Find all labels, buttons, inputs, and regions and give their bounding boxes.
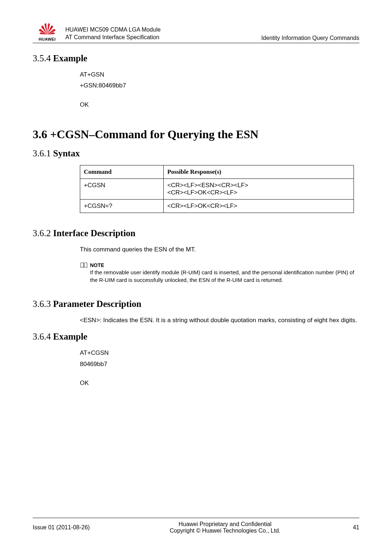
book-icon	[80, 262, 88, 268]
footer-page-number: 41	[338, 524, 359, 531]
heading-text: Interface Description	[53, 228, 135, 238]
table-header-row: Command Possible Response(s)	[80, 165, 354, 179]
page-footer: Issue 01 (2011-08-26) Huawei Proprietary…	[33, 518, 359, 534]
resp-line: <CR><LF>OK<CR><LF>	[167, 189, 350, 196]
table-row: +CGSN=? <CR><LF>OK<CR><LF>	[80, 200, 354, 213]
example-364-block: AT+CGSN 80469bb7 OK	[80, 348, 359, 388]
resp-line: <CR><LF>OK<CR><LF>	[167, 202, 350, 210]
huawei-logo-icon	[38, 22, 56, 36]
logo-brand-text: HUAWEI	[39, 37, 56, 41]
heading-3-6-3: 3.6.3 Parameter Description	[33, 299, 359, 309]
blank-line	[80, 92, 359, 100]
heading-text: Example	[53, 332, 87, 341]
table-cell-resp: <CR><LF>OK<CR><LF>	[164, 200, 354, 213]
heading-num: 3.6.4	[33, 332, 53, 341]
logo-block: HUAWEI	[33, 22, 62, 41]
footer-confidential: Huawei Proprietary and Confidential	[113, 521, 338, 528]
syntax-table: Command Possible Response(s) +CGSN <CR><…	[80, 165, 354, 213]
heading-3-6: 3.6 +CGSN–Command for Querying the ESN	[33, 128, 359, 141]
code-line: OK	[80, 100, 359, 110]
param-desc-body: <ESN>: Indicates the ESN. It is a string…	[80, 316, 359, 325]
heading-num: 3.6.1	[33, 148, 53, 158]
code-line: OK	[80, 378, 359, 388]
header-title: HUAWEI MC509 CDMA LGA Module AT Command …	[65, 26, 161, 41]
heading-text: Parameter Description	[53, 299, 141, 309]
note-text: If the removable user identify module (R…	[90, 269, 359, 284]
heading-num: 3.6.3	[33, 299, 53, 309]
code-line: 80469bb7	[80, 360, 359, 369]
table-cell-cmd: +CGSN	[80, 179, 164, 200]
footer-issue: Issue 01 (2011-08-26)	[33, 524, 113, 531]
table-row: +CGSN <CR><LF><ESN><CR><LF> <CR><LF>OK<C…	[80, 179, 354, 200]
footer-center: Huawei Proprietary and Confidential Copy…	[113, 521, 338, 534]
footer-copyright: Copyright © Huawei Technologies Co., Ltd…	[113, 528, 338, 534]
header-text: HUAWEI MC509 CDMA LGA Module AT Command …	[62, 26, 359, 41]
note-header: NOTE	[80, 262, 359, 268]
code-line: AT+GSN	[80, 70, 359, 79]
footer-rule	[33, 518, 359, 518]
heading-text: Syntax	[53, 148, 80, 158]
table-header-response: Possible Response(s)	[164, 165, 354, 179]
code-line: AT+CGSN	[80, 348, 359, 358]
header-title-line1: HUAWEI MC509 CDMA LGA Module	[65, 26, 161, 34]
heading-text: Example	[53, 53, 87, 63]
note-label: NOTE	[90, 262, 104, 268]
heading-3-5-4: 3.5.4 Example	[33, 53, 359, 63]
code-line: +GSN:80469bb7	[80, 81, 359, 90]
blank-line	[80, 370, 359, 378]
heading-num: 3.6.2	[33, 228, 53, 238]
interface-desc-body: This command queries the ESN of the MT.	[80, 245, 359, 254]
page-header: HUAWEI HUAWEI MC509 CDMA LGA Module AT C…	[33, 22, 359, 43]
footer-row: Issue 01 (2011-08-26) Huawei Proprietary…	[33, 521, 359, 534]
heading-3-6-2: 3.6.2 Interface Description	[33, 228, 359, 238]
example-354-block: AT+GSN +GSN:80469bb7 OK	[80, 70, 359, 110]
header-title-line2: AT Command Interface Specification	[65, 33, 161, 41]
table-header-command: Command	[80, 165, 164, 179]
table-cell-resp: <CR><LF><ESN><CR><LF> <CR><LF>OK<CR><LF>	[164, 179, 354, 200]
note-block: NOTE If the removable user identify modu…	[80, 262, 359, 284]
header-chapter: Identity Information Query Commands	[261, 35, 359, 41]
heading-3-6-4: 3.6.4 Example	[33, 332, 359, 342]
heading-num: 3.5.4	[33, 53, 53, 63]
table-cell-cmd: +CGSN=?	[80, 200, 164, 213]
resp-line: <CR><LF><ESN><CR><LF>	[167, 182, 350, 189]
heading-3-6-1: 3.6.1 Syntax	[33, 148, 359, 159]
